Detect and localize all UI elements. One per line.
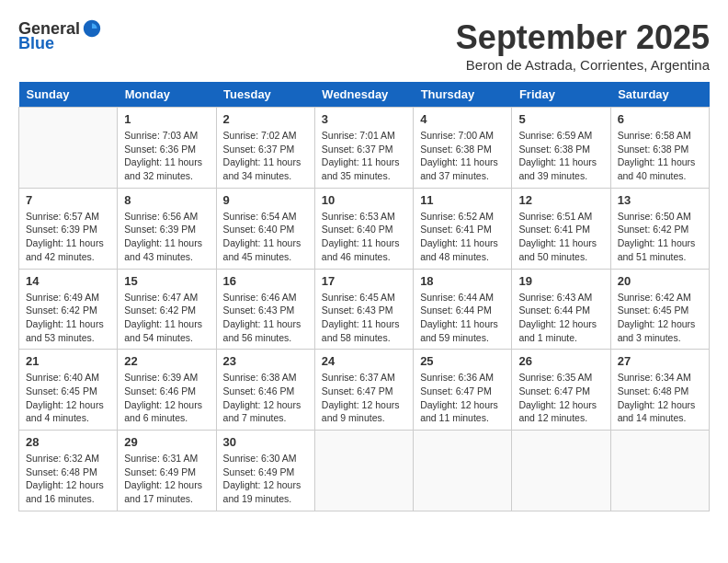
day-number: 3 <box>322 112 406 126</box>
day-info: Sunrise: 6:44 AMSunset: 6:44 PMDaylight:… <box>420 291 505 345</box>
calendar-cell: 12 Sunrise: 6:51 AMSunset: 6:41 PMDaylig… <box>512 188 610 269</box>
day-info: Sunrise: 6:35 AMSunset: 6:47 PMDaylight:… <box>518 371 603 425</box>
day-number: 6 <box>618 112 702 126</box>
calendar-cell: 19 Sunrise: 6:43 AMSunset: 6:44 PMDaylig… <box>512 269 610 350</box>
calendar-cell <box>414 431 512 511</box>
calendar-cell: 29 Sunrise: 6:31 AMSunset: 6:49 PMDaylig… <box>118 431 216 511</box>
day-info: Sunrise: 6:38 AMSunset: 6:46 PMDaylight:… <box>223 371 308 425</box>
subtitle: Beron de Astrada, Corrientes, Argentina <box>456 57 710 73</box>
calendar-table: Sunday Monday Tuesday Wednesday Thursday… <box>18 82 710 511</box>
day-number: 7 <box>26 193 110 207</box>
col-friday: Friday <box>512 82 610 108</box>
calendar-cell: 15 Sunrise: 6:47 AMSunset: 6:42 PMDaylig… <box>118 269 216 350</box>
logo-blue: Blue <box>18 35 54 52</box>
day-number: 28 <box>26 435 110 449</box>
logo: General Blue <box>18 18 102 52</box>
col-wednesday: Wednesday <box>314 82 413 108</box>
day-info: Sunrise: 7:00 AMSunset: 6:38 PMDaylight:… <box>420 129 505 183</box>
day-number: 25 <box>420 354 505 368</box>
day-info: Sunrise: 7:01 AMSunset: 6:37 PMDaylight:… <box>322 129 406 183</box>
month-title: September 2025 <box>456 18 710 57</box>
calendar-week-5: 28 Sunrise: 6:32 AMSunset: 6:48 PMDaylig… <box>19 431 710 511</box>
header-row: Sunday Monday Tuesday Wednesday Thursday… <box>19 82 710 108</box>
calendar-cell: 14 Sunrise: 6:49 AMSunset: 6:42 PMDaylig… <box>19 269 118 350</box>
day-number: 16 <box>223 274 308 288</box>
day-info: Sunrise: 6:40 AMSunset: 6:45 PMDaylight:… <box>26 371 110 425</box>
day-number: 30 <box>223 435 308 449</box>
calendar-cell: 21 Sunrise: 6:40 AMSunset: 6:45 PMDaylig… <box>19 350 118 431</box>
calendar-cell: 2 Sunrise: 7:02 AMSunset: 6:37 PMDayligh… <box>216 108 314 189</box>
day-info: Sunrise: 6:32 AMSunset: 6:48 PMDaylight:… <box>26 452 110 506</box>
day-info: Sunrise: 6:46 AMSunset: 6:43 PMDaylight:… <box>223 291 308 345</box>
day-number: 11 <box>420 193 505 207</box>
calendar-cell: 13 Sunrise: 6:50 AMSunset: 6:42 PMDaylig… <box>610 188 709 269</box>
calendar-cell: 30 Sunrise: 6:30 AMSunset: 6:49 PMDaylig… <box>216 431 314 511</box>
col-monday: Monday <box>118 82 216 108</box>
title-block: September 2025 Beron de Astrada, Corrien… <box>456 18 710 73</box>
day-info: Sunrise: 6:30 AMSunset: 6:49 PMDaylight:… <box>223 452 308 506</box>
calendar-cell <box>512 431 610 511</box>
calendar-cell: 3 Sunrise: 7:01 AMSunset: 6:37 PMDayligh… <box>314 108 413 189</box>
day-info: Sunrise: 6:57 AMSunset: 6:39 PMDaylight:… <box>26 210 110 264</box>
day-number: 20 <box>618 274 702 288</box>
day-info: Sunrise: 6:45 AMSunset: 6:43 PMDaylight:… <box>322 291 406 345</box>
day-info: Sunrise: 6:31 AMSunset: 6:49 PMDaylight:… <box>124 452 209 506</box>
calendar-cell <box>19 108 118 189</box>
day-number: 12 <box>518 193 603 207</box>
calendar-cell: 1 Sunrise: 7:03 AMSunset: 6:36 PMDayligh… <box>118 108 216 189</box>
day-info: Sunrise: 7:02 AMSunset: 6:37 PMDaylight:… <box>223 129 308 183</box>
calendar-cell: 7 Sunrise: 6:57 AMSunset: 6:39 PMDayligh… <box>19 188 118 269</box>
calendar-week-1: 1 Sunrise: 7:03 AMSunset: 6:36 PMDayligh… <box>19 108 710 189</box>
day-number: 27 <box>618 354 702 368</box>
calendar-cell: 17 Sunrise: 6:45 AMSunset: 6:43 PMDaylig… <box>314 269 413 350</box>
calendar-cell: 16 Sunrise: 6:46 AMSunset: 6:43 PMDaylig… <box>216 269 314 350</box>
day-number: 24 <box>322 354 406 368</box>
day-number: 10 <box>322 193 406 207</box>
calendar-cell: 8 Sunrise: 6:56 AMSunset: 6:39 PMDayligh… <box>118 188 216 269</box>
day-info: Sunrise: 6:43 AMSunset: 6:44 PMDaylight:… <box>518 291 603 345</box>
day-info: Sunrise: 6:50 AMSunset: 6:42 PMDaylight:… <box>618 210 702 264</box>
calendar-cell: 27 Sunrise: 6:34 AMSunset: 6:48 PMDaylig… <box>610 350 709 431</box>
col-saturday: Saturday <box>610 82 709 108</box>
day-number: 19 <box>518 274 603 288</box>
calendar-cell <box>314 431 413 511</box>
day-number: 22 <box>124 354 209 368</box>
day-number: 1 <box>124 112 209 126</box>
day-info: Sunrise: 6:37 AMSunset: 6:47 PMDaylight:… <box>322 371 406 425</box>
day-number: 2 <box>223 112 308 126</box>
calendar-cell: 18 Sunrise: 6:44 AMSunset: 6:44 PMDaylig… <box>414 269 512 350</box>
calendar-week-3: 14 Sunrise: 6:49 AMSunset: 6:42 PMDaylig… <box>19 269 710 350</box>
calendar-cell: 11 Sunrise: 6:52 AMSunset: 6:41 PMDaylig… <box>414 188 512 269</box>
col-tuesday: Tuesday <box>216 82 314 108</box>
day-number: 13 <box>618 193 702 207</box>
day-number: 21 <box>26 354 110 368</box>
calendar-cell: 24 Sunrise: 6:37 AMSunset: 6:47 PMDaylig… <box>314 350 413 431</box>
day-number: 18 <box>420 274 505 288</box>
calendar-week-4: 21 Sunrise: 6:40 AMSunset: 6:45 PMDaylig… <box>19 350 710 431</box>
calendar-cell: 20 Sunrise: 6:42 AMSunset: 6:45 PMDaylig… <box>610 269 709 350</box>
calendar-cell <box>610 431 709 511</box>
day-info: Sunrise: 6:36 AMSunset: 6:47 PMDaylight:… <box>420 371 505 425</box>
day-info: Sunrise: 6:49 AMSunset: 6:42 PMDaylight:… <box>26 291 110 345</box>
day-info: Sunrise: 6:51 AMSunset: 6:41 PMDaylight:… <box>518 210 603 264</box>
calendar-cell: 6 Sunrise: 6:58 AMSunset: 6:38 PMDayligh… <box>610 108 709 189</box>
day-info: Sunrise: 6:58 AMSunset: 6:38 PMDaylight:… <box>618 129 702 183</box>
day-number: 8 <box>124 193 209 207</box>
col-sunday: Sunday <box>19 82 118 108</box>
day-info: Sunrise: 6:59 AMSunset: 6:38 PMDaylight:… <box>518 129 603 183</box>
calendar-cell: 28 Sunrise: 6:32 AMSunset: 6:48 PMDaylig… <box>19 431 118 511</box>
day-number: 5 <box>518 112 603 126</box>
day-info: Sunrise: 6:56 AMSunset: 6:39 PMDaylight:… <box>124 210 209 264</box>
calendar-cell: 26 Sunrise: 6:35 AMSunset: 6:47 PMDaylig… <box>512 350 610 431</box>
day-number: 26 <box>518 354 603 368</box>
day-number: 29 <box>124 435 209 449</box>
day-info: Sunrise: 6:34 AMSunset: 6:48 PMDaylight:… <box>618 371 702 425</box>
day-info: Sunrise: 7:03 AMSunset: 6:36 PMDaylight:… <box>124 129 209 183</box>
day-info: Sunrise: 6:42 AMSunset: 6:45 PMDaylight:… <box>618 291 702 345</box>
day-number: 4 <box>420 112 505 126</box>
day-number: 15 <box>124 274 209 288</box>
calendar-cell: 4 Sunrise: 7:00 AMSunset: 6:38 PMDayligh… <box>414 108 512 189</box>
calendar-cell: 25 Sunrise: 6:36 AMSunset: 6:47 PMDaylig… <box>414 350 512 431</box>
col-thursday: Thursday <box>414 82 512 108</box>
calendar-cell: 23 Sunrise: 6:38 AMSunset: 6:46 PMDaylig… <box>216 350 314 431</box>
